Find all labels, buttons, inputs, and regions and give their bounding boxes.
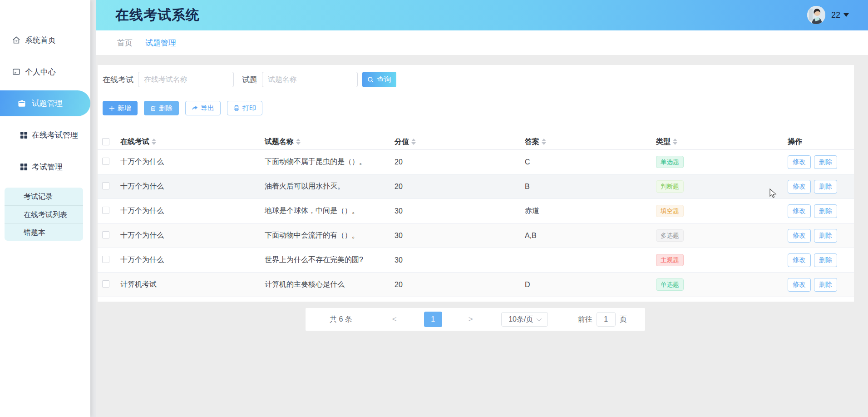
exam-cell: 十万个为什么 [120,206,265,216]
sidebar-item-system-home[interactable]: 系统首页 [0,31,90,49]
answer-cell: D [525,281,656,289]
sidebar-item-personal-center[interactable]: 个人中心 [0,63,90,81]
user-avatar[interactable] [807,6,825,24]
row-delete-button[interactable]: 删除 [814,253,837,267]
edit-button[interactable]: 修改 [788,229,811,243]
question-cell: 油着火后可以用水扑灭。 [265,182,395,191]
share-icon [192,105,198,111]
row-delete-button[interactable]: 删除 [814,278,837,292]
row-checkbox[interactable] [102,207,109,214]
chevron-down-icon [843,13,849,17]
row-checkbox[interactable] [102,158,109,165]
row-delete-button[interactable]: 删除 [814,180,837,194]
exam-search-label: 在线考试 [103,74,133,85]
row-delete-button[interactable]: 删除 [814,155,837,169]
sidebar-item-label: 个人中心 [25,67,56,77]
trash-icon [150,105,156,111]
row-checkbox[interactable] [102,182,109,189]
column-header: 试题名称 [265,137,294,147]
export-button[interactable]: 导出 [185,101,221,115]
sort-icon[interactable] [411,139,416,145]
next-page-button[interactable]: > [464,315,478,324]
breadcrumb-home[interactable]: 首页 [117,38,133,48]
column-header: 类型 [656,137,671,147]
app-header: 在线考试系统 22 [96,0,868,30]
sidebar-item-online-exam-list[interactable]: 在线考试列表 [5,205,83,223]
sidebar-item-label: 试题管理 [32,98,63,109]
row-checkbox[interactable] [102,256,109,263]
mouse-cursor [769,189,779,199]
page-number-button[interactable]: 1 [424,312,442,327]
toolbar: 新增 删除 导出 打印 [98,101,262,115]
sort-icon[interactable] [152,139,156,145]
exam-search-input[interactable] [138,72,234,87]
edit-button[interactable]: 修改 [788,180,811,194]
row-checkbox[interactable] [102,280,109,288]
column-header: 答案 [525,137,539,147]
exam-cell: 十万个为什么 [120,182,265,191]
sidebar-item-online-exam-manage[interactable]: 在线考试管理 [0,126,90,144]
row-delete-button[interactable]: 删除 [814,229,837,243]
delete-button[interactable]: 删除 [144,101,179,115]
goto-page: 前往 页 [578,312,627,327]
printer-icon [233,105,240,111]
row-delete-button[interactable]: 删除 [814,204,837,218]
question-cell: 下面动物中会流汗的有（）。 [265,231,395,240]
table-row: 十万个为什么 下面动物不属于昆虫的是（）。 20 C 单选题 修改删除 [98,150,854,174]
briefcase-icon [17,99,26,108]
grid-icon [20,131,28,139]
row-checkbox[interactable] [102,231,109,238]
question-search-label: 试题 [242,74,257,85]
sidebar-item-label: 考试管理 [32,162,63,172]
user-menu[interactable]: 22 [807,6,849,24]
score-cell: 20 [395,158,525,166]
table-row: 十万个为什么 油着火后可以用水扑灭。 20 B 判断题 修改删除 [98,174,854,199]
page-size-select[interactable]: 10条/页 [501,312,548,327]
question-search-input[interactable] [262,72,358,87]
sort-icon[interactable] [673,139,677,145]
edit-button[interactable]: 修改 [788,278,811,292]
breadcrumb: 首页 试题管理 [96,30,868,55]
sort-icon[interactable] [296,139,301,145]
goto-page-input[interactable] [597,312,616,327]
select-all-checkbox[interactable] [102,138,109,145]
goto-suffix: 页 [620,315,627,324]
table-row: 十万个为什么 下面动物中会流汗的有（）。 30 A,B 多选题 修改删除 [98,223,854,248]
sidebar-item-question-manage[interactable]: 试题管理 [0,90,90,116]
exam-cell: 十万个为什么 [120,255,265,265]
pagination: 共 6 条 < 1 > 10条/页 前往 页 [306,308,645,331]
sidebar-item-exam-manage[interactable]: 考试管理 [0,158,90,176]
search-bar: 在线考试 试题 查询 [98,72,854,87]
sidebar-item-wrong-question-book[interactable]: 错题本 [5,223,83,241]
exam-cell: 十万个为什么 [120,231,265,240]
app-title: 在线考试系统 [115,6,200,25]
prev-page-button[interactable]: < [388,315,401,324]
pagination-total: 共 6 条 [330,315,352,324]
edit-button[interactable]: 修改 [788,253,811,267]
sidebar-item-exam-records[interactable]: 考试记录 [5,188,83,205]
type-badge: 判断题 [656,180,684,193]
edit-button[interactable]: 修改 [788,155,811,169]
chevron-down-icon [537,316,542,321]
score-cell: 20 [395,183,525,191]
sidebar: 系统首页 个人中心 试题管理 [0,0,90,417]
score-cell: 30 [395,232,525,240]
sidebar-submenu: 考试记录 在线考试列表 错题本 [5,188,83,241]
type-badge: 主观题 [656,254,684,266]
breadcrumb-question-manage[interactable]: 试题管理 [145,38,176,48]
score-cell: 20 [395,281,525,289]
table-row: 计算机考试 计算机的主要核心是什么 20 D 单选题 修改删除 [98,273,854,297]
question-cell: 地球是个球体，中间是（）。 [265,206,395,216]
goto-label: 前往 [578,315,592,324]
edit-button[interactable]: 修改 [788,204,811,218]
table-row: 十万个为什么 世界上为什么不存在完美的圆? 30 主观题 修改删除 [98,248,854,273]
score-cell: 30 [395,207,525,215]
sidebar-gap [90,0,96,417]
print-button[interactable]: 打印 [227,101,262,115]
sort-icon[interactable] [542,139,546,145]
column-header: 操作 [788,137,802,147]
user-name: 22 [831,10,840,20]
query-button[interactable]: 查询 [362,72,396,87]
add-button[interactable]: 新增 [103,101,138,115]
table-row: 十万个为什么 地球是个球体，中间是（）。 30 赤道 填空题 修改删除 [98,199,854,223]
